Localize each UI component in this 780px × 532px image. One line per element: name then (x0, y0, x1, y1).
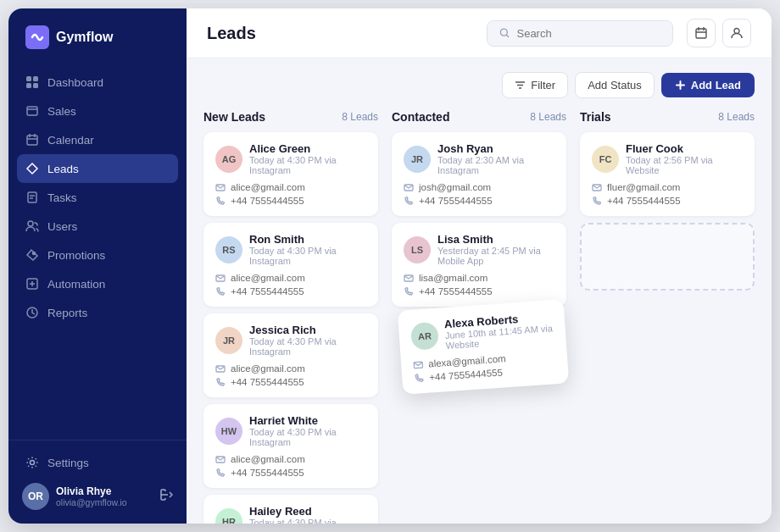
avatar: LS (404, 236, 431, 263)
filter-icon (515, 80, 526, 91)
email-icon (215, 273, 226, 283)
column-header-new-leads: New Leads 8 Leads (203, 110, 378, 124)
app-container: Gymflow Dashboard Sales (8, 8, 772, 524)
user-email: olivia@gymflow.io (56, 497, 153, 507)
nav-items: Dashboard Sales Calendar (8, 64, 187, 440)
col-title-contacted: Contacted (392, 110, 449, 124)
col-title-trials: Trials (580, 110, 611, 124)
col-count-contacted: 8 Leads (530, 111, 566, 123)
avatar: HW (215, 418, 242, 445)
svg-rect-1 (33, 76, 38, 81)
svg-point-8 (33, 252, 36, 255)
card-ron-smith[interactable]: RS Ron Smith Today at 4:30 PM via Instag… (203, 223, 378, 307)
card-josh-ryan[interactable]: JR Josh Ryan Today at 2:30 AM via Instag… (392, 132, 566, 216)
card-hailey-reed[interactable]: HR Hailey Reed Today at 4:30 PM via Inst… (203, 495, 378, 524)
email-icon (404, 273, 414, 283)
phone-icon (215, 377, 226, 387)
avatar: HR (215, 508, 242, 524)
phone-icon (404, 196, 414, 206)
sidebar: Gymflow Dashboard Sales (8, 8, 187, 524)
email-icon (215, 182, 226, 192)
svg-point-14 (734, 29, 739, 34)
svg-point-7 (28, 221, 33, 226)
sidebar-item-automation[interactable]: Automation (8, 269, 187, 298)
user-row: OR Olivia Rhye olivia@gymflow.io (22, 483, 173, 510)
col-count-new-leads: 8 Leads (342, 111, 378, 123)
sidebar-label-automation: Automation (47, 278, 105, 291)
sidebar-item-reports[interactable]: Reports (8, 298, 187, 327)
card-jessica-rich[interactable]: JR Jessica Rich Today at 4:30 PM via Ins… (203, 313, 378, 397)
sidebar-item-promotions[interactable]: Promotions (8, 241, 187, 269)
col-count-trials: 8 Leads (718, 111, 755, 123)
main: Leads (187, 8, 772, 524)
email-icon (404, 182, 414, 192)
phone-icon (215, 468, 226, 478)
avatar: FC (592, 146, 619, 173)
card-alexa-roberts-dragging[interactable]: AR Alexa Roberts June 10th at 11:45 AM v… (398, 299, 569, 394)
cards-new-leads: AG Alice Green Today at 4:30 PM via Inst… (203, 132, 378, 524)
filter-button[interactable]: Filter (502, 72, 568, 98)
search-icon (499, 27, 510, 39)
email-icon (413, 359, 424, 370)
user-name: Olivia Rhye (56, 485, 153, 497)
phone-icon (592, 196, 602, 206)
sidebar-item-sales[interactable]: Sales (8, 97, 187, 125)
page-title: Leads (207, 24, 473, 43)
topbar: Leads (187, 8, 772, 58)
sidebar-label-users: Users (47, 220, 77, 233)
phone-icon (414, 373, 425, 384)
sidebar-item-tasks[interactable]: Tasks (8, 183, 187, 212)
phone-icon (215, 286, 226, 296)
logo-text: Gymflow (56, 30, 114, 45)
actions-row: Filter Add Status Add Lead (203, 72, 755, 98)
card-lisa-smith[interactable]: LS Lisa Smith Yesterday at 2:45 PM via M… (392, 223, 566, 307)
phone-icon (215, 196, 226, 206)
add-status-button[interactable]: Add Status (575, 72, 655, 98)
column-header-contacted: Contacted 8 Leads (392, 110, 566, 124)
sidebar-label-calendar: Calendar (47, 134, 94, 147)
user-icon-btn[interactable] (722, 19, 751, 47)
search-input[interactable] (516, 27, 660, 40)
sidebar-item-users[interactable]: Users (8, 212, 187, 241)
calendar-icon-btn[interactable] (687, 19, 716, 47)
column-new-leads: New Leads 8 Leads AG Alice Green Today a… (203, 110, 378, 524)
sidebar-item-leads[interactable]: Leads (17, 154, 178, 183)
cards-contacted: JR Josh Ryan Today at 2:30 AM via Instag… (392, 132, 566, 389)
svg-point-11 (31, 461, 35, 465)
card-fluer-cook[interactable]: FC Fluer Cook Today at 2:56 PM via Websi… (580, 132, 755, 216)
sidebar-logo: Gymflow (8, 8, 187, 64)
sidebar-label-promotions: Promotions (47, 249, 105, 262)
topbar-actions (687, 19, 751, 47)
avatar: AR (410, 321, 439, 350)
avatar: AG (215, 146, 242, 173)
avatar: JR (404, 146, 431, 173)
card-alice-green[interactable]: AG Alice Green Today at 4:30 PM via Inst… (203, 132, 378, 216)
kanban-columns: New Leads 8 Leads AG Alice Green Today a… (203, 110, 755, 524)
settings-label: Settings (47, 457, 89, 469)
content: Filter Add Status Add Lead New Leads (187, 58, 772, 524)
column-contacted: Contacted 8 Leads JR Josh Ryan Today at … (392, 110, 566, 389)
sidebar-label-dashboard: Dashboard (47, 76, 103, 89)
email-icon (215, 363, 226, 374)
card-harriet-white[interactable]: HW Harriet White Today at 4:30 PM via In… (203, 404, 378, 488)
sidebar-item-calendar[interactable]: Calendar (8, 125, 187, 154)
user-info: Olivia Rhye olivia@gymflow.io (56, 485, 153, 507)
add-lead-button[interactable]: Add Lead (661, 73, 755, 97)
svg-rect-2 (26, 83, 31, 88)
svg-rect-5 (27, 136, 37, 145)
email-icon (215, 454, 226, 464)
svg-rect-13 (696, 29, 706, 38)
cards-trials: FC Fluer Cook Today at 2:56 PM via Websi… (580, 132, 755, 291)
logout-icon[interactable] (159, 488, 173, 505)
phone-icon (404, 286, 414, 296)
sidebar-label-leads: Leads (47, 163, 79, 175)
sidebar-item-dashboard[interactable]: Dashboard (8, 68, 187, 97)
sidebar-item-settings[interactable]: Settings (22, 451, 173, 474)
sidebar-bottom: Settings OR Olivia Rhye olivia@gymflow.i… (8, 440, 187, 524)
col-title-new-leads: New Leads (203, 110, 265, 124)
plus-icon (675, 80, 686, 91)
trials-drop-placeholder (580, 223, 755, 291)
avatar: JR (215, 327, 242, 354)
search-box[interactable] (487, 20, 673, 47)
sidebar-label-reports: Reports (47, 307, 87, 319)
